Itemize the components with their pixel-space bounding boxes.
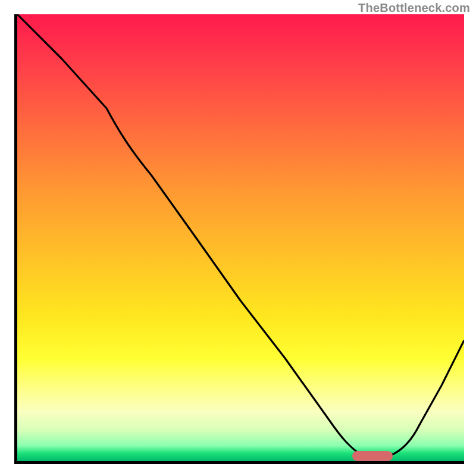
curve-layer — [17, 14, 464, 461]
bottleneck-curve-path — [17, 14, 464, 458]
bottleneck-chart: TheBottleneck.com — [0, 0, 476, 476]
optimal-range-marker — [352, 451, 393, 461]
watermark-text: TheBottleneck.com — [358, 1, 470, 15]
plot-area — [14, 14, 464, 464]
